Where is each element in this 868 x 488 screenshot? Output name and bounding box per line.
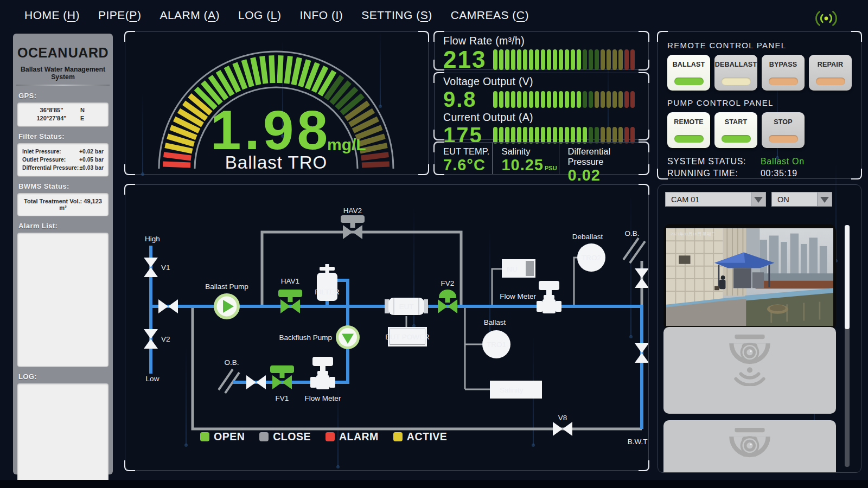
tro-gauge-panel: 1.98 mg/L Ballast TRO [125,31,429,175]
label-backflush-pump: Backflush Pump [279,333,332,342]
bwms-status-label: BWMS Status: [18,182,107,190]
pipe-diagram: FILTER EUT EUT POWER NU TRO1 [125,185,648,470]
sensor-strip-panel: EUT TEMP. 7.6°C Salinity 10.25PSU Differ… [434,142,649,175]
flow-rate-panel: Flow Rate (m³/h) 213 [434,31,649,70]
voltage-value: 9.8 [443,88,493,110]
valve-fv2 [438,290,457,313]
camera-select[interactable]: CAM 01 [665,192,766,207]
flow-rate-bar [493,49,640,70]
oceanguard-logo: OCEAN UARD [17,40,108,65]
pipe-tro2-connector [574,258,577,306]
valve-hav2 [341,215,365,239]
dome-camera-icon [725,334,775,386]
salinity-box: Salinity [490,381,542,399]
svg-text:NU: NU [507,265,518,273]
stop-button[interactable]: STOP [762,112,805,148]
ballast-button[interactable]: BALLAST [667,55,710,91]
repair-button[interactable]: REPAIR [809,55,852,91]
nav-item-pipe[interactable]: PIPE(P) [98,9,141,22]
valve-backflush [246,375,266,389]
valve-v1 [144,258,158,277]
salinity-unit: PSU [545,165,557,171]
camera-scrollbar-thumb[interactable] [845,225,850,329]
gps-box: 36°8'85"N 120°27'84"E [17,102,108,126]
camera-power-select[interactable]: ON [771,192,832,207]
svg-text:FILTER: FILTER [315,288,340,296]
backflush-pump [336,325,360,349]
dome-camera-icon [725,427,775,473]
legend-close: CLOSE [259,431,311,443]
log-label: LOG: [18,373,107,381]
control-panel: REMOTE CONTROL PANEL BALLASTDEBALLASTBYP… [658,31,861,179]
nav-item-camreas[interactable]: CAMREAS (C) [451,9,529,22]
gauge-value: 1.98 [210,99,331,161]
filter-status-box: Inlet Pressure:+0.02 barOutlet Pressure:… [17,143,108,176]
running-time-value: 00:35:19 [761,169,797,178]
diff-pressure-label: Differential Pressure [568,146,648,167]
start-button[interactable]: START [714,112,757,148]
svg-text:TRO1: TRO1 [487,341,506,349]
ballast-pump [214,293,240,319]
label-deballast: Deballast [572,233,603,241]
remote-control-title: REMOTE CONTROL PANEL [667,41,852,50]
eut-temp-label: EUT TEMP. [443,146,492,157]
nav-menu: HOME (H)PIPE(P)ALARM (A)LOG (L)INFO (I)S… [24,9,529,22]
flow-meter-main [537,281,561,313]
nav-item-alarm[interactable]: ALARM (A) [159,9,220,22]
camera-power-arrow-icon[interactable] [817,192,832,206]
break-ob-right [623,238,645,263]
current-bar [493,127,640,144]
label-v1: V1 [161,264,170,272]
camera-power-value: ON [777,195,789,204]
diagram-legend: OPENCLOSEALARMACTIVE [200,431,447,443]
flow-meter-backflush [310,357,335,389]
valve-hav1 [278,290,302,313]
tro1-sensor: TRO1 [482,330,510,358]
label-fv2: FV2 [441,279,455,287]
pump-control-title: PUMP CONTROL PANEL [667,98,852,107]
pump-control-buttons: REMOTESTARTSTOP [667,112,852,148]
camera-timestamp: 2021年11月16日 星期二 [671,232,716,236]
deballast-button[interactable]: DEBALLAST [714,55,757,91]
pipe-diagram-panel: FILTER EUT EUT POWER NU TRO1 [125,184,649,471]
camera-placeholder-2 [663,420,836,473]
brand-left: OCEAN [17,45,68,61]
sidebar: OCEAN UARD Ballast Water Management Syst… [13,34,113,474]
camera-feed: 2021年11月16日 星期二 [663,224,836,330]
salinity-label: Salinity [501,146,558,157]
gauge-title: Ballast TRO [225,152,327,172]
log-box [17,383,108,485]
label-bwt: B.W.T [628,438,648,446]
tro2-sensor: TRO2 [577,243,605,272]
running-time-label: RUNNING TIME: [667,169,761,178]
eut-temp-value: 7.6°C [443,157,492,173]
flow-rate-label: Flow Rate (m³/h) [443,35,640,47]
pipe-nu-connector [492,269,502,306]
nav-item-home[interactable]: HOME (H) [24,9,80,22]
nav-item-log[interactable]: LOG (L) [238,9,281,22]
valve-fv1 [270,365,294,389]
label-ballast: Ballast [484,318,506,326]
voltage-bar [493,91,640,108]
signal-icon [814,9,839,28]
camera-scrollbar[interactable] [845,225,850,467]
label-flow-meter-main: Flow Meter [500,292,536,300]
label-hav2: HAV2 [343,207,362,215]
remote-button[interactable]: REMOTE [667,112,710,148]
valve-inlet [158,299,178,313]
voltage-label: Voltage Output (V) [443,75,640,88]
label-ob-right: O.B. [624,229,639,237]
legend-open: OPEN [200,431,245,443]
alarm-list-label: Alarm List: [18,222,107,230]
camera-select-arrow-icon[interactable] [751,192,765,206]
eut-power-box: EUT POWER [385,327,430,346]
label-v2: V2 [161,335,170,343]
nu-box: NU [502,259,535,278]
nav-item-info[interactable]: INFO (I) [299,9,343,22]
nav-item-setting[interactable]: SETTING (S) [361,9,432,22]
legend-alarm: ALARM [326,431,379,443]
camera-panel: CAM 01 ON [658,184,861,473]
filter-status-label: Filter Status: [18,132,107,140]
bypass-button[interactable]: BYPASS [762,55,805,91]
valve-v8 [553,422,572,436]
